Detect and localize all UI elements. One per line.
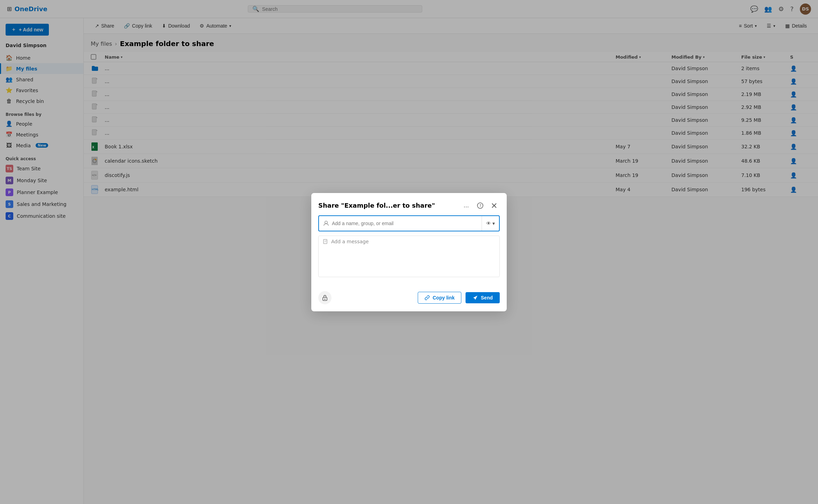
copy-link-dialog-label: Copy link — [433, 295, 455, 301]
link-icon — [424, 295, 430, 301]
more-options-button[interactable]: ... — [461, 200, 472, 211]
recipient-input-wrapper — [319, 217, 482, 230]
edit-icon — [323, 239, 328, 244]
perm-caret-icon: ▾ — [492, 221, 495, 226]
share-dialog: Share "Example fol...er to share" ... ? … — [311, 193, 507, 311]
recipient-input-row: 👁 ▾ — [318, 215, 500, 231]
send-label: Send — [481, 295, 493, 301]
eye-icon: 👁 — [486, 221, 491, 226]
share-dialog-body: 👁 ▾ Add a message — [311, 215, 507, 291]
share-dialog-footer: Copy link Send — [311, 291, 507, 311]
send-icon — [473, 295, 478, 301]
help-button[interactable]: ? — [475, 200, 486, 211]
svg-rect-20 — [324, 239, 327, 244]
recipient-input[interactable] — [332, 217, 477, 230]
message-placeholder-label: Add a message — [331, 239, 369, 244]
link-settings-button[interactable] — [318, 291, 332, 304]
message-area-header: Add a message — [319, 236, 499, 247]
modal-overlay[interactable]: Share "Example fol...er to share" ... ? … — [0, 0, 818, 504]
share-dialog-title: Share "Example fol...er to share" — [318, 202, 458, 209]
person-add-icon — [323, 220, 329, 227]
permission-dropdown[interactable]: 👁 ▾ — [482, 216, 499, 231]
close-button[interactable] — [489, 200, 500, 211]
copy-link-button-dialog[interactable]: Copy link — [418, 292, 461, 304]
svg-point-22 — [325, 298, 326, 299]
svg-point-19 — [325, 221, 328, 224]
message-area: Add a message — [318, 236, 500, 277]
message-textarea[interactable] — [319, 247, 499, 275]
svg-text:?: ? — [479, 203, 482, 208]
share-dialog-header: Share "Example fol...er to share" ... ? — [311, 193, 507, 215]
send-button[interactable]: Send — [466, 292, 500, 303]
